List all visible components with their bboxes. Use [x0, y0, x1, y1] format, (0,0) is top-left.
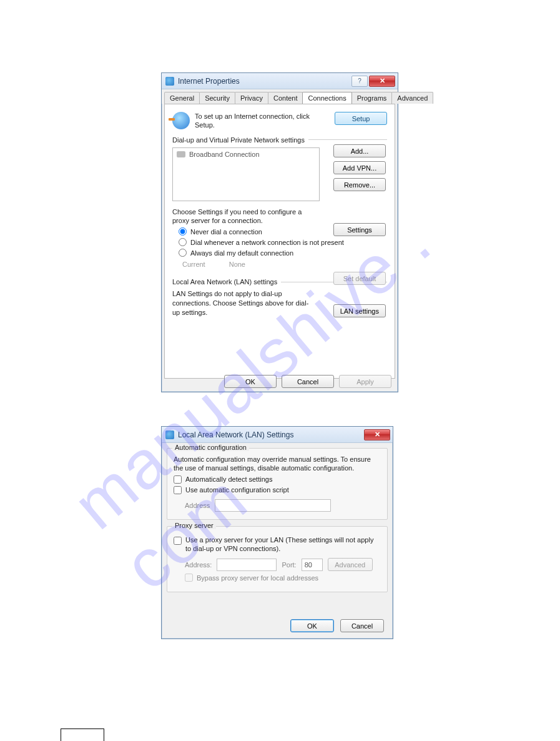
dialog-title: Local Area Network (LAN) Settings	[178, 430, 293, 439]
chk-auto-script-row[interactable]: Use automatic configuration script	[174, 486, 381, 494]
proxy-addr-input	[217, 559, 277, 571]
apply-button: Apply	[339, 375, 391, 388]
lan-settings-button[interactable]: LAN settings	[333, 304, 386, 317]
radio-never-label: Never dial a connection	[190, 228, 262, 236]
lan-settings-dialog: Local Area Network (LAN) Settings ✕ Auto…	[161, 426, 393, 639]
globe-icon	[172, 112, 190, 129]
chk-auto-script-label: Use automatic configuration script	[185, 486, 289, 494]
titlebar: Local Area Network (LAN) Settings ✕	[162, 427, 393, 443]
tabs: General Security Privacy Content Connect…	[162, 89, 398, 104]
settings-button[interactable]: Settings	[333, 223, 386, 236]
tab-advanced[interactable]: Advanced	[391, 92, 433, 104]
radio-always-row[interactable]: Always dial my default connection	[179, 249, 387, 257]
ok-button[interactable]: OK	[224, 375, 277, 388]
internet-properties-dialog: Internet Properties ? ✕ General Security…	[161, 72, 398, 392]
auto-note: Automatic configuration may override man…	[174, 455, 381, 473]
radio-whenever-label: Dial whenever a network connection is no…	[190, 239, 344, 246]
close-button[interactable]: ✕	[369, 76, 395, 87]
remove-button[interactable]: Remove...	[333, 178, 386, 191]
group-dialup-label: Dial-up and Virtual Private Network sett…	[172, 136, 305, 144]
intro-text: To set up an Internet connection, click …	[195, 112, 327, 130]
tab-general[interactable]: General	[164, 92, 200, 104]
dialog-title: Internet Properties	[178, 77, 240, 86]
tab-programs[interactable]: Programs	[351, 92, 393, 104]
radio-never[interactable]	[179, 227, 187, 236]
ok-button[interactable]: OK	[290, 619, 334, 632]
chk-auto-detect[interactable]	[174, 475, 182, 484]
close-button[interactable]: ✕	[364, 429, 390, 440]
radio-always[interactable]	[179, 249, 187, 257]
set-default-button: Set default	[333, 272, 386, 285]
cancel-button[interactable]: Cancel	[282, 375, 334, 388]
dialog-footer: OK Cancel	[290, 619, 384, 632]
proxy-addr-label: Address:	[185, 561, 212, 569]
chk-auto-script[interactable]	[174, 486, 182, 494]
chk-proxy[interactable]	[174, 537, 182, 545]
dialup-side-buttons: Add... Add VPN... Remove...	[333, 144, 386, 191]
group-proxy: Proxy server Use a proxy server for your…	[167, 526, 388, 593]
radio-always-label: Always dial my default connection	[190, 249, 293, 257]
chk-bypass-label: Bypass proxy server for local addresses	[197, 574, 318, 582]
dialog-footer: OK Cancel Apply	[224, 375, 391, 388]
radio-whenever-row[interactable]: Dial whenever a network connection is no…	[179, 238, 387, 246]
current-label: Current	[182, 261, 205, 268]
titlebar: Internet Properties ? ✕	[162, 73, 398, 89]
chk-proxy-row[interactable]: Use a proxy server for your LAN (These s…	[174, 535, 381, 554]
add-vpn-button[interactable]: Add VPN...	[333, 161, 386, 174]
current-value: None	[229, 261, 245, 268]
help-button[interactable]: ?	[351, 76, 368, 87]
chk-proxy-label: Use a proxy server for your LAN (These s…	[185, 535, 381, 554]
tab-connections[interactable]: Connections	[302, 92, 351, 104]
group-lan-label: Local Area Network (LAN) settings	[172, 278, 277, 286]
tabpanel-connections: To set up an Internet connection, click …	[164, 104, 395, 379]
page-footer-box	[61, 729, 104, 741]
proxy-port-input	[302, 559, 323, 571]
chk-bypass	[185, 574, 193, 582]
auto-addr-label: Address	[185, 502, 210, 509]
group-automatic-config-label: Automatic configuration	[172, 444, 249, 451]
connection-listbox[interactable]: Broadband Connection	[172, 147, 320, 201]
current-row: Current None	[182, 261, 387, 268]
radio-whenever[interactable]	[179, 238, 187, 246]
add-button[interactable]: Add...	[333, 144, 386, 157]
group-automatic-config: Automatic configuration Automatic config…	[167, 448, 388, 520]
connection-name: Broadband Connection	[189, 151, 260, 158]
auto-addr-input	[215, 499, 331, 512]
intro-row: To set up an Internet connection, click …	[172, 112, 387, 130]
setup-button[interactable]: Setup	[335, 112, 387, 125]
cancel-button[interactable]: Cancel	[340, 619, 384, 632]
divider	[308, 139, 387, 140]
lan-note: LAN Settings do not apply to dial-up con…	[172, 289, 315, 317]
group-dialup-title: Dial-up and Virtual Private Network sett…	[172, 136, 387, 144]
group-proxy-label: Proxy server	[172, 522, 216, 529]
tab-content[interactable]: Content	[268, 92, 303, 104]
chk-auto-detect-label: Automatically detect settings	[185, 475, 272, 483]
advanced-button: Advanced	[328, 558, 373, 571]
list-item[interactable]: Broadband Connection	[177, 151, 315, 158]
connection-icon	[177, 151, 185, 157]
tab-privacy[interactable]: Privacy	[235, 92, 268, 104]
chk-bypass-row: Bypass proxy server for local addresses	[185, 574, 381, 582]
choose-settings-text: Choose Settings if you need to configure…	[172, 207, 320, 226]
chk-auto-detect-row[interactable]: Automatically detect settings	[174, 475, 381, 484]
internet-icon	[165, 430, 174, 439]
internet-icon	[165, 77, 174, 86]
tab-security[interactable]: Security	[199, 92, 235, 104]
proxy-port-label: Port:	[282, 561, 296, 569]
